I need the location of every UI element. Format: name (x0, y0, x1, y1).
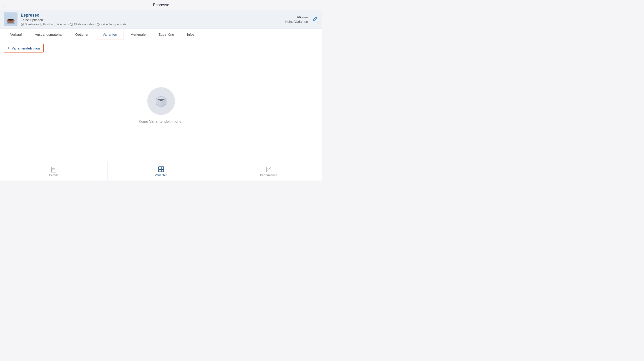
tab-optionen[interactable]: Optionen (69, 29, 96, 40)
product-name: Espresso (21, 13, 285, 18)
tab-varianten[interactable]: Varianten (96, 29, 124, 40)
product-info: Espresso Keine Optionen Direktverkauf, A… (21, 13, 285, 26)
svg-rect-23 (158, 170, 161, 172)
performance-icon (266, 166, 272, 172)
nav-tabs: Verkauf Ausgangsmaterial Optionen Varian… (0, 29, 322, 40)
bottom-nav-performance-label: Performance (260, 173, 277, 177)
varianten-nav-icon (158, 166, 164, 172)
tab-ausgangsmaterial[interactable]: Ausgangsmaterial (28, 29, 69, 40)
meta-sales: Direktverkauf, Abholung, Lieferung (25, 23, 67, 26)
svg-rect-21 (158, 167, 161, 169)
product-price: Ab –,–– (285, 15, 308, 19)
plus-icon: + (7, 46, 10, 50)
pencil-icon (312, 16, 318, 22)
meta-production: Keine Fertigungsorte (101, 23, 126, 26)
tab-verkauf[interactable]: Verkauf (4, 29, 28, 40)
svg-rect-17 (51, 167, 56, 172)
svg-rect-22 (161, 167, 164, 169)
bottom-nav-details[interactable]: Details (0, 162, 108, 180)
production-icon (97, 23, 100, 26)
back-button[interactable]: ‹ (4, 2, 5, 8)
top-bar: ‹ Espresso (0, 0, 322, 10)
bottom-nav-performance[interactable]: Performance (215, 162, 322, 180)
product-subtitle: Keine Optionen (21, 18, 285, 22)
svg-point-4 (8, 19, 13, 20)
svg-rect-24 (161, 170, 164, 172)
bottom-nav-varianten-label: Varianten (155, 173, 168, 177)
product-thumbnail (4, 12, 18, 26)
empty-state: Keine Variantendefinitionen (4, 55, 318, 156)
svg-line-11 (316, 18, 316, 18)
svg-rect-8 (71, 25, 72, 26)
product-image (4, 12, 18, 26)
product-variants-label: Keine Varianten (285, 20, 308, 24)
tab-merkmale[interactable]: Merkmale (124, 29, 152, 40)
tab-infos[interactable]: Infos (180, 29, 201, 40)
bottom-nav-details-label: Details (49, 173, 58, 177)
branch-icon (70, 23, 73, 26)
svg-point-6 (6, 23, 15, 24)
cube-icon (154, 94, 168, 108)
product-meta: Direktverkauf, Abholung, Lieferung · Fil… (21, 23, 285, 26)
tab-zugehoerig[interactable]: Zugehörig (152, 29, 181, 40)
empty-icon-circle (147, 87, 175, 115)
add-variantdefinition-button[interactable]: + Variantendefinition (4, 44, 44, 52)
bottom-nav-varianten[interactable]: Varianten (108, 162, 215, 180)
empty-state-text: Keine Variantendefinitionen (139, 120, 184, 124)
details-icon (50, 166, 57, 172)
sales-icon (21, 23, 24, 26)
product-image-inner (4, 12, 18, 26)
bottom-nav: Details Varianten Performance (0, 162, 322, 180)
edit-button[interactable] (312, 16, 318, 24)
meta-branch: Filiale am Hafen (74, 23, 94, 26)
add-variantdefinition-label: Variantendefinition (12, 46, 40, 50)
content-area: + Variantendefinition Keine Variantendef… (0, 40, 322, 162)
product-header: Espresso Keine Optionen Direktverkauf, A… (0, 10, 322, 29)
product-price-area: Ab –,–– Keine Varianten (285, 15, 310, 24)
top-bar-title: Espresso (153, 3, 170, 7)
